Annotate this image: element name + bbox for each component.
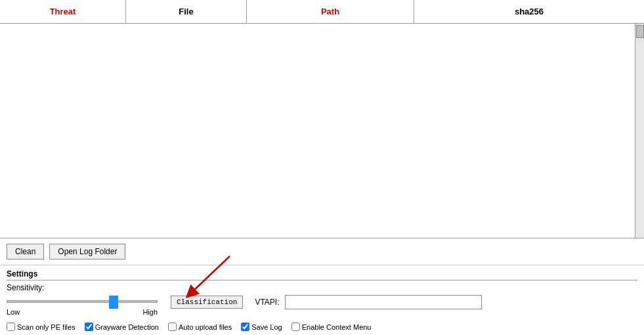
- auto-upload-label: Auto upload files: [179, 323, 232, 331]
- slider-thumb[interactable]: [109, 296, 118, 309]
- vtapi-label: VTAPI:: [255, 298, 279, 307]
- slider-container: [7, 295, 158, 308]
- col-path: Path: [247, 0, 414, 23]
- checkbox-auto-upload[interactable]: Auto upload files: [168, 323, 232, 331]
- scrollbar[interactable]: [635, 24, 644, 238]
- checkbox-row: Scan only PE files Grayware Detection Au…: [0, 319, 644, 335]
- auto-upload-checkbox[interactable]: [168, 323, 177, 331]
- grayware-checkbox[interactable]: [85, 323, 93, 331]
- table-body: [0, 24, 644, 238]
- classification-wrapper: Classification: [171, 296, 243, 309]
- scan-pe-checkbox[interactable]: [7, 323, 15, 331]
- clean-button[interactable]: Clean: [7, 244, 44, 259]
- settings-title: Settings: [7, 269, 637, 279]
- low-high-labels: Low High: [7, 308, 158, 316]
- save-log-label: Save Log: [251, 323, 282, 331]
- checkbox-save-log[interactable]: Save Log: [241, 323, 282, 331]
- context-menu-label: Enable Context Menu: [302, 323, 372, 331]
- slider-part: Low High: [7, 295, 158, 316]
- grayware-label: Grayware Detection: [95, 323, 159, 331]
- col-sha256: sha256: [414, 0, 644, 23]
- settings-section: Settings Sensitivity: Low High: [0, 265, 644, 319]
- checkbox-context-menu[interactable]: Enable Context Menu: [291, 323, 372, 331]
- classification-vtapi-group: Classification VTAPI:: [171, 295, 482, 309]
- col-file: File: [126, 0, 247, 23]
- settings-divider: [7, 280, 637, 280]
- sensitivity-label: Sensitivity:: [7, 283, 637, 292]
- slider-vtapi-row: Low High Classificati: [7, 295, 637, 316]
- checkbox-scan-pe[interactable]: Scan only PE files: [7, 323, 75, 331]
- checkbox-grayware[interactable]: Grayware Detection: [85, 323, 159, 331]
- scan-pe-label: Scan only PE files: [17, 323, 75, 331]
- context-menu-checkbox[interactable]: [291, 323, 300, 331]
- slider-track: [7, 300, 158, 303]
- main-window: Threat File Path sha256 Clean Open Log F…: [0, 0, 644, 335]
- col-threat: Threat: [0, 0, 126, 23]
- scrollbar-thumb[interactable]: [636, 25, 644, 38]
- action-bar: Clean Open Log Folder: [0, 238, 644, 265]
- high-label: High: [142, 308, 158, 316]
- open-log-button[interactable]: Open Log Folder: [49, 244, 125, 259]
- table-header: Threat File Path sha256: [0, 0, 644, 24]
- save-log-checkbox[interactable]: [241, 323, 249, 331]
- low-label: Low: [7, 308, 20, 316]
- classification-button[interactable]: Classification: [171, 296, 243, 309]
- vtapi-input[interactable]: [285, 295, 482, 309]
